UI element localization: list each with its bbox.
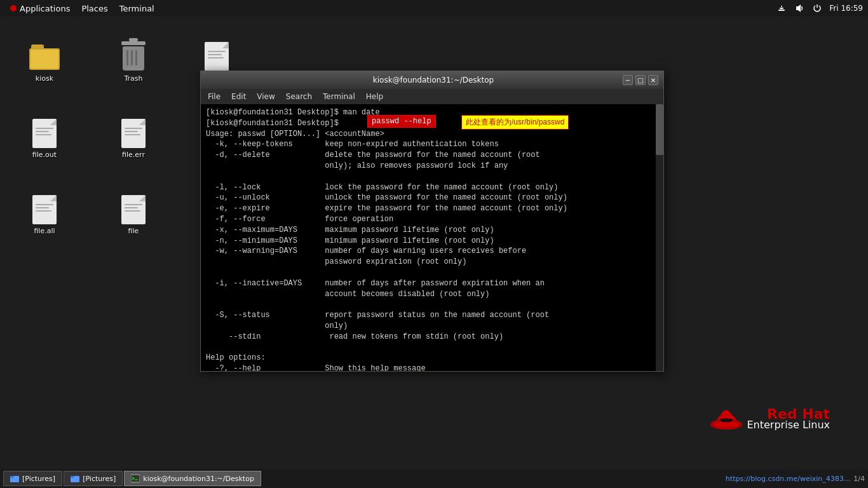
file-out-label: file.out (32, 151, 57, 159)
topbar-clock: Fri 16:59 (829, 4, 863, 13)
terminal-scrollbar-thumb[interactable] (656, 104, 663, 155)
terminal-tooltip: 此处查看的为/usr/bin/passwd (461, 115, 569, 130)
desktop-icon-kiosk[interactable]: kiosk (19, 42, 70, 83)
term-line-8: -l, --lock lock the password for the nam… (206, 182, 658, 193)
terminal-menu-edit[interactable]: Edit (227, 91, 250, 102)
taskbar-terminal-label: kiosk@foundation31:~/Desktop (143, 475, 254, 483)
svg-rect-11 (131, 475, 140, 482)
terminal-window: kiosk@foundation31:~/Desktop − □ ✕ File … (200, 71, 664, 372)
topbar-places-label: Places (81, 4, 107, 13)
taskbar: [Pictures] [Pictures] kiosk@foundation31… (0, 469, 868, 488)
term-line-21: only) (206, 321, 658, 332)
terminal-passwd-highlight: passwd --help (367, 115, 436, 128)
volume-icon[interactable] (794, 3, 805, 14)
topbar-places[interactable]: Places (76, 3, 112, 15)
svg-rect-10 (71, 476, 74, 478)
desktop-icon-trash[interactable]: Trash (108, 42, 159, 83)
power-icon[interactable] (811, 3, 823, 14)
desktop-icon-file-all[interactable]: file.all (19, 194, 70, 235)
term-line-24: Help options: (206, 353, 658, 363)
term-line-10: -e, --expire expire the password for the… (206, 203, 658, 214)
folder-taskbar-icon2 (71, 474, 79, 483)
redhat-text-line2: Enterprise Linux (747, 419, 831, 431)
term-line-3: Usage: passwd [OPTION...] <accountName> (206, 129, 658, 140)
file-err-icon (118, 118, 149, 149)
topbar-terminal-label: Terminal (119, 4, 154, 13)
file-out-icon (29, 118, 60, 149)
topbar-terminal[interactable]: Terminal (114, 3, 159, 15)
term-line-4: -k, --keep-tokens keep non-expired authe… (206, 139, 658, 150)
term-line-19 (206, 299, 658, 310)
taskbar-pictures1[interactable]: [Pictures] (3, 471, 62, 486)
terminal-maximize-btn[interactable]: □ (635, 75, 646, 85)
term-line-7 (206, 172, 658, 182)
trash-icon (118, 42, 149, 72)
term-line-14: -w, --warning=DAYS number of days warnin… (206, 246, 658, 257)
file-err-label: file.err (122, 151, 145, 159)
term-line-11: -f, --force force operation (206, 214, 658, 225)
svg-rect-1 (780, 8, 783, 9)
desktop-icon-file[interactable]: file (108, 194, 159, 235)
topbar-right: Fri 16:59 (776, 3, 863, 14)
kiosk-label: kiosk (36, 74, 53, 83)
folder-icon (29, 42, 60, 72)
terminal-menubar: File Edit View Search Terminal Help (201, 89, 663, 104)
network-icon[interactable] (776, 3, 787, 14)
taskbar-left: [Pictures] [Pictures] kiosk@foundation31… (0, 471, 261, 486)
file-icon (118, 194, 149, 225)
taskbar-pictures2-label: [Pictures] (83, 475, 116, 483)
terminal-scrollbar[interactable] (656, 104, 663, 371)
file-all-icon (29, 194, 60, 225)
svg-rect-8 (10, 476, 14, 478)
file-label: file (128, 227, 139, 235)
term-line-5: -d, --delete delete the password for the… (206, 150, 658, 161)
redhat-dot-icon (10, 5, 17, 11)
taskbar-right: https://blog.csdn.me/weixin_4383... 1/4 (726, 475, 868, 483)
term-line-20: -S, --status report password status on t… (206, 310, 658, 321)
desktop: kiosk Trash (0, 17, 868, 469)
desktop-icon-file-err[interactable]: file.err (108, 118, 159, 159)
trash-label: Trash (124, 74, 142, 83)
terminal-menu-file[interactable]: File (204, 91, 224, 102)
svg-rect-0 (778, 10, 785, 11)
terminal-minimize-btn[interactable]: − (623, 75, 633, 85)
topbar-apps[interactable]: Applications (5, 3, 75, 15)
term-line-23 (206, 342, 658, 353)
terminal-body[interactable]: passwd --help 此处查看的为/usr/bin/passwd [kio… (201, 104, 663, 371)
terminal-menu-search[interactable]: Search (282, 91, 316, 102)
term-line-16 (206, 268, 658, 278)
term-line-9: -u, --unlock unlock the password for the… (206, 193, 658, 203)
term-line-25: -?, --help Show this help message (206, 363, 658, 371)
terminal-titlebar[interactable]: kiosk@foundation31:~/Desktop − □ ✕ (201, 71, 663, 89)
terminal-taskbar-icon (131, 474, 140, 483)
terminal-menu-help[interactable]: Help (362, 91, 387, 102)
taskbar-pictures1-label: [Pictures] (22, 475, 55, 483)
term-line-13: -n, --minimum=DAYS minimum password life… (206, 236, 658, 247)
terminal-title: kiosk@foundation31:~/Desktop (244, 76, 623, 85)
svg-point-6 (714, 421, 739, 428)
redhat-logo: Red Hat Enterprise Linux (709, 405, 831, 431)
terminal-menu-terminal[interactable]: Terminal (319, 91, 359, 102)
terminal-menu-view[interactable]: View (253, 91, 278, 102)
redhat-hat-svg (709, 405, 744, 431)
topbar-left: Applications Places Terminal (5, 3, 159, 15)
file-all-label: file.all (34, 227, 55, 235)
taskbar-pictures2[interactable]: [Pictures] (64, 471, 123, 486)
term-line-12: -x, --maximum=DAYS maximum password life… (206, 225, 658, 236)
desktop-icon-file-out[interactable]: file.out (19, 118, 70, 159)
term-line-18: account becomes disabled (root only) (206, 289, 658, 300)
folder-taskbar-icon (10, 474, 19, 483)
terminal-close-btn[interactable]: ✕ (648, 75, 658, 85)
taskbar-link[interactable]: https://blog.csdn.me/weixin_4383... (726, 475, 850, 483)
term-line-6: only); also removes password lock if any (206, 161, 658, 172)
topbar-apps-label: Applications (20, 4, 70, 13)
term-line-15: password expiration (root only) (206, 257, 658, 268)
term-line-17: -i, --inactive=DAYS number of days after… (206, 278, 658, 289)
topbar: Applications Places Terminal (0, 0, 868, 17)
svg-marker-3 (796, 4, 801, 12)
term-line-22: --stdin read new tokens from stdin (root… (206, 332, 658, 342)
taskbar-terminal[interactable]: kiosk@foundation31:~/Desktop (124, 471, 261, 486)
svg-rect-2 (781, 6, 782, 7)
terminal-buttons: − □ ✕ (623, 75, 658, 85)
taskbar-page-info: 1/4 (853, 475, 865, 483)
